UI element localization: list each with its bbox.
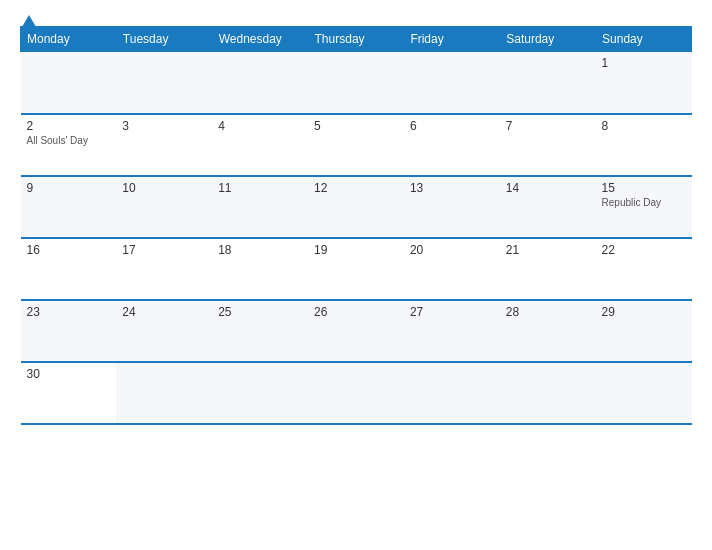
calendar-week-3: 9101112131415Republic Day (21, 176, 692, 238)
calendar-cell: 20 (404, 238, 500, 300)
day-number: 17 (122, 243, 206, 257)
calendar-cell: 3 (116, 114, 212, 176)
day-number: 20 (410, 243, 494, 257)
day-number: 18 (218, 243, 302, 257)
day-number: 9 (27, 181, 111, 195)
calendar-page: MondayTuesdayWednesdayThursdayFridaySatu… (0, 0, 712, 550)
day-number: 1 (602, 56, 686, 70)
holiday-label: Republic Day (602, 197, 686, 208)
col-header-saturday: Saturday (500, 27, 596, 52)
calendar-cell: 13 (404, 176, 500, 238)
calendar-cell: 4 (212, 114, 308, 176)
day-number: 30 (27, 367, 111, 381)
calendar-cell (21, 52, 117, 114)
day-number: 29 (602, 305, 686, 319)
calendar-cell (500, 52, 596, 114)
calendar-cell: 25 (212, 300, 308, 362)
logo-triangle-icon (22, 15, 36, 27)
calendar-cell: 12 (308, 176, 404, 238)
logo (20, 16, 36, 28)
calendar-week-6: 30 (21, 362, 692, 424)
day-number: 8 (602, 119, 686, 133)
calendar-week-5: 23242526272829 (21, 300, 692, 362)
day-number: 24 (122, 305, 206, 319)
day-number: 19 (314, 243, 398, 257)
day-number: 2 (27, 119, 111, 133)
calendar-cell: 5 (308, 114, 404, 176)
day-number: 13 (410, 181, 494, 195)
day-number: 26 (314, 305, 398, 319)
calendar-cell: 19 (308, 238, 404, 300)
calendar-cell: 2All Souls' Day (21, 114, 117, 176)
day-number: 16 (27, 243, 111, 257)
day-number: 28 (506, 305, 590, 319)
col-header-thursday: Thursday (308, 27, 404, 52)
calendar-cell (596, 362, 692, 424)
calendar-week-2: 2All Souls' Day345678 (21, 114, 692, 176)
day-number: 15 (602, 181, 686, 195)
calendar-cell (404, 362, 500, 424)
day-number: 23 (27, 305, 111, 319)
calendar-cell: 30 (21, 362, 117, 424)
calendar-cell: 9 (21, 176, 117, 238)
calendar-cell: 15Republic Day (596, 176, 692, 238)
calendar-week-4: 16171819202122 (21, 238, 692, 300)
day-number: 6 (410, 119, 494, 133)
day-number: 21 (506, 243, 590, 257)
calendar-cell: 18 (212, 238, 308, 300)
col-header-friday: Friday (404, 27, 500, 52)
calendar-cell: 27 (404, 300, 500, 362)
calendar-cell (116, 52, 212, 114)
calendar-cell (308, 52, 404, 114)
calendar-cell (116, 362, 212, 424)
day-number: 5 (314, 119, 398, 133)
calendar-cell: 11 (212, 176, 308, 238)
calendar-cell: 17 (116, 238, 212, 300)
day-number: 4 (218, 119, 302, 133)
day-number: 27 (410, 305, 494, 319)
day-number: 25 (218, 305, 302, 319)
calendar-cell: 10 (116, 176, 212, 238)
calendar-cell: 23 (21, 300, 117, 362)
calendar-cell (500, 362, 596, 424)
day-number: 7 (506, 119, 590, 133)
calendar-cell: 8 (596, 114, 692, 176)
day-number: 3 (122, 119, 206, 133)
calendar-cell (212, 52, 308, 114)
day-number: 11 (218, 181, 302, 195)
day-number: 10 (122, 181, 206, 195)
calendar-cell: 28 (500, 300, 596, 362)
calendar-cell: 16 (21, 238, 117, 300)
col-header-sunday: Sunday (596, 27, 692, 52)
calendar-cell: 6 (404, 114, 500, 176)
calendar-cell: 26 (308, 300, 404, 362)
calendar-cell: 1 (596, 52, 692, 114)
calendar-table: MondayTuesdayWednesdayThursdayFridaySatu… (20, 26, 692, 425)
day-number: 22 (602, 243, 686, 257)
holiday-label: All Souls' Day (27, 135, 111, 146)
calendar-week-1: 1 (21, 52, 692, 114)
col-header-tuesday: Tuesday (116, 27, 212, 52)
calendar-cell: 14 (500, 176, 596, 238)
calendar-cell (212, 362, 308, 424)
day-number: 14 (506, 181, 590, 195)
calendar-cell: 21 (500, 238, 596, 300)
calendar-cell: 24 (116, 300, 212, 362)
calendar-header-row: MondayTuesdayWednesdayThursdayFridaySatu… (21, 27, 692, 52)
day-number: 12 (314, 181, 398, 195)
calendar-cell: 22 (596, 238, 692, 300)
calendar-cell (404, 52, 500, 114)
col-header-wednesday: Wednesday (212, 27, 308, 52)
calendar-cell (308, 362, 404, 424)
calendar-cell: 29 (596, 300, 692, 362)
calendar-cell: 7 (500, 114, 596, 176)
col-header-monday: Monday (21, 27, 117, 52)
